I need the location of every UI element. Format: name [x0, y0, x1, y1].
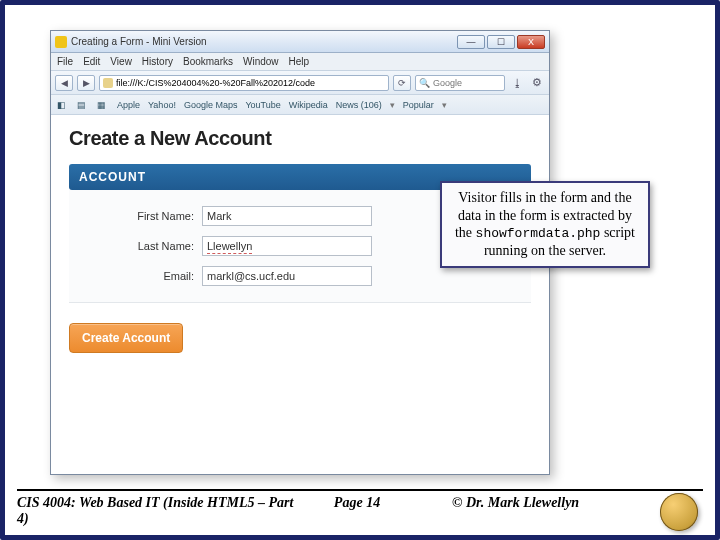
sidebar-icon[interactable]: ◧ [57, 100, 69, 110]
speed-icon[interactable]: ▦ [97, 100, 109, 110]
search-input[interactable]: 🔍 Google [415, 75, 505, 91]
minimize-button[interactable]: — [457, 35, 485, 49]
bookmark-wikipedia[interactable]: Wikipedia [289, 100, 328, 110]
menu-edit[interactable]: Edit [83, 56, 100, 67]
menu-file[interactable]: File [57, 56, 73, 67]
menu-help[interactable]: Help [289, 56, 310, 67]
window-buttons: — ☐ X [457, 35, 545, 49]
slide-footer: CIS 4004: Web Based IT (Inside HTML5 – P… [5, 489, 715, 535]
bookmark-apple[interactable]: Apple [117, 100, 140, 110]
email-label: Email: [69, 270, 194, 282]
menu-view[interactable]: View [110, 56, 132, 67]
maximize-button[interactable]: ☐ [487, 35, 515, 49]
last-name-input[interactable]: Llewellyn [202, 236, 372, 256]
page-icon [103, 78, 113, 88]
first-name-input[interactable] [202, 206, 372, 226]
menu-bookmarks[interactable]: Bookmarks [183, 56, 233, 67]
menubar: File Edit View History Bookmarks Window … [51, 53, 549, 71]
window-titlebar: Creating a Form - Mini Version — ☐ X [51, 31, 549, 53]
download-icon[interactable]: ⭳ [509, 75, 525, 91]
reload-button[interactable]: ⟳ [393, 75, 411, 91]
footer-left: CIS 4004: Web Based IT (Inside HTML5 – P… [17, 495, 302, 527]
ucf-logo-icon [651, 493, 707, 533]
book-icon[interactable]: ▤ [77, 100, 89, 110]
close-button[interactable]: X [517, 35, 545, 49]
bookmark-popular[interactable]: Popular [403, 100, 434, 110]
back-button[interactable]: ◀ [55, 75, 73, 91]
create-account-button[interactable]: Create Account [69, 323, 183, 353]
slide: Creating a Form - Mini Version — ☐ X Fil… [0, 0, 720, 540]
search-placeholder: Google [433, 78, 462, 88]
footer-rule [17, 489, 703, 491]
gear-icon[interactable]: ⚙ [529, 75, 545, 91]
first-name-label: First Name: [69, 210, 194, 222]
search-icon: 🔍 [419, 78, 430, 88]
last-name-label: Last Name: [69, 240, 194, 252]
url-input[interactable]: file:///K:/CIS%204004%20-%20Fall%202012/… [99, 75, 389, 91]
annotation-callout: Visitor fills in the form and the data i… [440, 181, 650, 268]
page-heading: Create a New Account [69, 127, 531, 150]
url-text: file:///K:/CIS%204004%20-%20Fall%202012/… [116, 78, 315, 88]
bookmark-yahoo[interactable]: Yahoo! [148, 100, 176, 110]
favicon-icon [55, 36, 67, 48]
email-input[interactable] [202, 266, 372, 286]
bookmark-youtube[interactable]: YouTube [245, 100, 280, 110]
menu-history[interactable]: History [142, 56, 173, 67]
bookmarks-bar: ◧ ▤ ▦ Apple Yahoo! Google Maps YouTube W… [51, 95, 549, 115]
window-title: Creating a Form - Mini Version [71, 36, 207, 47]
annotation-code: showformdata.php [476, 226, 601, 241]
footer-page: Page 14 [302, 495, 412, 527]
bookmark-news[interactable]: News (106) [336, 100, 382, 110]
menu-window[interactable]: Window [243, 56, 279, 67]
bookmark-gmaps[interactable]: Google Maps [184, 100, 238, 110]
toolbar: ◀ ▶ file:///K:/CIS%204004%20-%20Fall%202… [51, 71, 549, 95]
last-name-value: Llewellyn [207, 239, 252, 254]
forward-button[interactable]: ▶ [77, 75, 95, 91]
